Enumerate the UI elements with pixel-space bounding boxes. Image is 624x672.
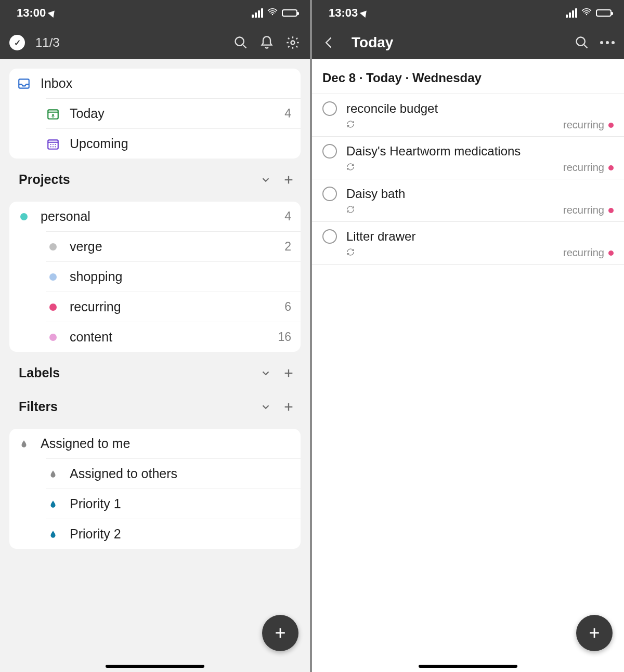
task-row[interactable]: reconcile budgetrecurring — [312, 94, 624, 137]
filters-header[interactable]: Filters — [0, 386, 310, 419]
completed-count[interactable]: 11/3 — [35, 35, 60, 50]
views-card: Inbox 8 Today 4 Upcoming — [9, 69, 301, 159]
svg-text:8: 8 — [51, 112, 55, 118]
recurring-icon — [346, 248, 355, 258]
gear-icon[interactable] — [285, 35, 301, 50]
wifi-icon — [581, 7, 592, 20]
inbox-icon — [17, 76, 31, 91]
recurring-icon — [346, 163, 355, 173]
chevron-down-icon[interactable] — [259, 173, 272, 187]
signal-icon — [566, 8, 577, 18]
task-checkbox[interactable] — [322, 229, 337, 244]
project-count: 6 — [284, 300, 291, 314]
task-checkbox[interactable] — [322, 144, 337, 159]
filter-row[interactable]: Priority 1 — [46, 489, 301, 519]
project-row[interactable]: recurring6 — [46, 292, 301, 322]
location-icon — [48, 8, 57, 18]
date-header: Dec 8 · Today · Wednesday — [312, 59, 624, 94]
more-icon[interactable] — [600, 41, 615, 44]
svg-point-9 — [50, 144, 51, 145]
task-title: Daisy's Heartworm medications — [346, 144, 521, 159]
plus-icon[interactable] — [282, 366, 295, 380]
project-color-dot — [46, 240, 60, 254]
home-indicator — [106, 665, 204, 668]
project-color-dot — [608, 165, 614, 170]
project-row[interactable]: personal4 — [9, 202, 301, 231]
droplet-icon — [46, 527, 60, 542]
svg-point-12 — [50, 146, 51, 147]
task-row[interactable]: Daisy bathrecurring — [312, 179, 624, 222]
task-project-tag[interactable]: recurring — [563, 162, 614, 174]
view-upcoming[interactable]: Upcoming — [46, 128, 301, 159]
view-label: Today — [70, 106, 275, 121]
project-label: personal — [41, 209, 275, 224]
project-row[interactable]: verge2 — [46, 231, 301, 261]
search-icon[interactable] — [574, 35, 590, 50]
complete-badge-icon[interactable]: ✓ — [9, 35, 25, 50]
task-row[interactable]: Daisy's Heartworm medicationsrecurring — [312, 137, 624, 179]
project-row[interactable]: shopping — [46, 261, 301, 292]
add-task-fab[interactable]: + — [576, 615, 613, 651]
upcoming-icon — [46, 137, 60, 151]
svg-line-2 — [243, 45, 246, 48]
status-time: 13:03 — [329, 6, 358, 20]
project-row[interactable]: content16 — [46, 322, 301, 352]
signal-icon — [252, 8, 263, 18]
chevron-down-icon[interactable] — [259, 400, 272, 414]
home-indicator — [419, 665, 517, 668]
filter-label: Priority 2 — [70, 526, 291, 542]
project-label: shopping — [70, 269, 282, 284]
recurring-icon — [346, 205, 355, 216]
chevron-down-icon[interactable] — [259, 366, 272, 380]
view-label: Upcoming — [70, 136, 282, 151]
task-project-tag[interactable]: recurring — [563, 247, 614, 259]
task-project-tag[interactable]: recurring — [563, 119, 614, 131]
filter-row[interactable]: Assigned to me — [9, 429, 301, 458]
today-icon: 8 — [46, 107, 60, 121]
svg-point-13 — [53, 146, 54, 147]
filter-label: Assigned to me — [41, 436, 291, 451]
task-title: reconcile budget — [346, 101, 438, 116]
projects-header[interactable]: Projects — [0, 159, 310, 192]
wifi-icon — [267, 7, 278, 20]
droplet-icon — [17, 437, 31, 451]
view-today[interactable]: 8 Today 4 — [46, 98, 301, 128]
svg-point-11 — [55, 144, 56, 145]
filter-label: Priority 1 — [70, 496, 291, 511]
task-title: Daisy bath — [346, 187, 405, 201]
svg-point-10 — [53, 144, 54, 145]
filters-card: Assigned to meAssigned to othersPriority… — [9, 429, 301, 549]
filter-label: Assigned to others — [70, 466, 291, 481]
svg-point-22 — [577, 37, 585, 46]
filter-row[interactable]: Priority 2 — [46, 519, 301, 549]
task-title: Litter drawer — [346, 229, 415, 244]
search-icon[interactable] — [233, 35, 249, 50]
project-color-dot — [17, 209, 31, 224]
task-checkbox[interactable] — [322, 101, 337, 116]
status-bar-right: 13:03 — [312, 0, 624, 26]
project-label: verge — [70, 239, 275, 254]
navbar-right: Today — [312, 26, 624, 59]
bell-icon[interactable] — [259, 35, 275, 50]
status-bar-left: 13:00 — [0, 0, 310, 26]
task-row[interactable]: Litter drawerrecurring — [312, 222, 624, 265]
project-color-dot — [608, 123, 614, 128]
project-color-dot — [608, 251, 614, 256]
navbar-left: ✓ 11/3 — [0, 26, 310, 59]
droplet-icon — [46, 497, 60, 511]
battery-icon — [282, 9, 297, 17]
page-title: Today — [352, 34, 393, 51]
back-icon[interactable] — [321, 35, 337, 50]
task-project-tag[interactable]: recurring — [563, 204, 614, 216]
add-task-fab[interactable]: + — [262, 615, 298, 651]
labels-header[interactable]: Labels — [0, 352, 310, 386]
task-checkbox[interactable] — [322, 187, 337, 201]
svg-point-21 — [586, 14, 588, 15]
filter-row[interactable]: Assigned to others — [46, 458, 301, 489]
view-count: 4 — [284, 107, 291, 121]
view-inbox[interactable]: Inbox — [9, 69, 301, 98]
plus-icon[interactable] — [282, 400, 295, 414]
project-count: 4 — [284, 209, 291, 223]
view-label: Inbox — [41, 76, 282, 91]
plus-icon[interactable] — [282, 173, 295, 187]
